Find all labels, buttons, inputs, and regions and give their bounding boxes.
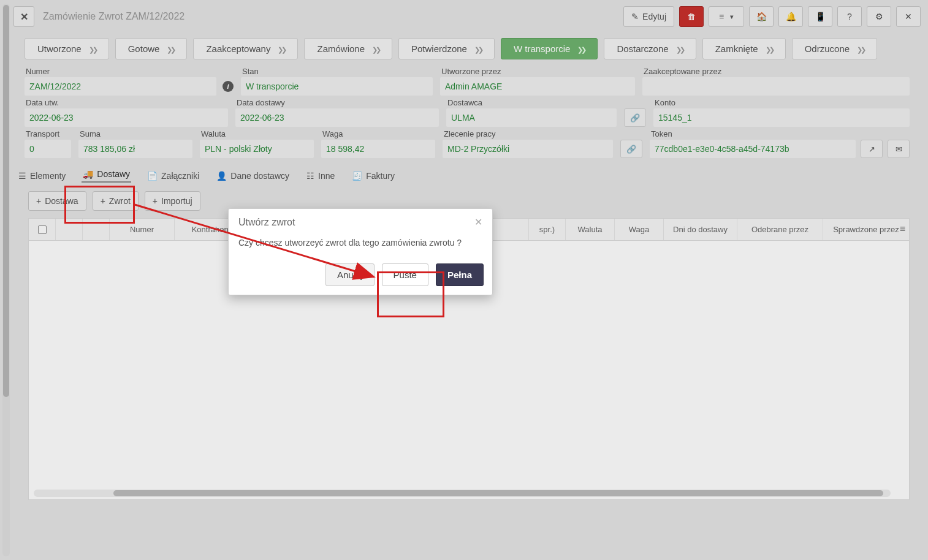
create-return-modal: Utwórz zwrot ✕ Czy chcesz utworzeyć zwro… xyxy=(228,208,493,295)
modal-close-button[interactable]: ✕ xyxy=(474,216,482,228)
modal-title: Utwórz zwrot xyxy=(238,217,295,228)
modal-body: Czy chcesz utworzeyć zwrot dla tego zamó… xyxy=(229,235,492,259)
modal-pelna-button[interactable]: Pełna xyxy=(436,263,484,286)
modal-puste-button[interactable]: Puste xyxy=(382,263,428,286)
modal-cancel-button[interactable]: Anuluj xyxy=(325,263,375,286)
